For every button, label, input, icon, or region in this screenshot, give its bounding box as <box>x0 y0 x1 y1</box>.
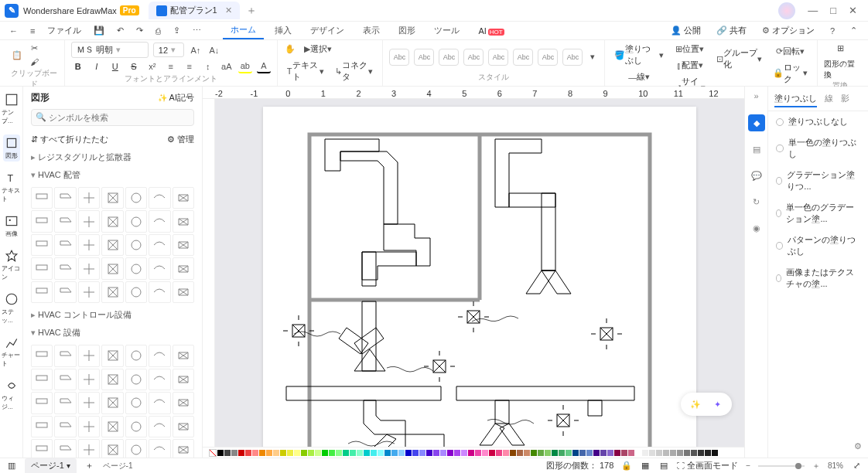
color-swatch[interactable] <box>489 450 495 456</box>
symbol-cell[interactable] <box>149 210 170 232</box>
style-chip[interactable]: Abc <box>538 49 558 66</box>
ai-symbol-link[interactable]: ✨ AI記号 <box>158 92 194 104</box>
style-chip[interactable]: Abc <box>562 49 583 66</box>
symbol-cell[interactable] <box>31 210 53 232</box>
fill-option[interactable]: パターンの塗りつぶし <box>768 230 868 262</box>
color-swatch[interactable] <box>433 450 439 456</box>
color-swatch[interactable] <box>663 450 669 456</box>
color-swatch[interactable] <box>398 450 405 456</box>
symbol-cell[interactable] <box>54 281 76 303</box>
rail-icon[interactable]: アイコン <box>0 247 22 283</box>
color-swatch[interactable] <box>684 450 690 456</box>
color-swatch[interactable] <box>419 450 425 456</box>
tab-shape[interactable]: 図形 <box>391 22 423 39</box>
symbol-cell[interactable] <box>78 392 100 413</box>
window-minimize[interactable]: — <box>801 3 824 18</box>
rail-shapes[interactable]: 図形 <box>3 134 20 162</box>
color-swatch[interactable] <box>517 450 523 456</box>
line-button[interactable]: — 線 ▾ <box>611 70 666 84</box>
text-button[interactable]: T テキスト ▾ <box>284 58 327 84</box>
color-swatch[interactable] <box>531 450 537 456</box>
rail-sticker[interactable]: ステッ... <box>0 291 22 326</box>
symbol-cell[interactable] <box>54 257 76 279</box>
color-swatch[interactable] <box>322 450 328 456</box>
symbol-cell[interactable] <box>125 345 147 366</box>
color-swatch[interactable] <box>510 450 516 456</box>
color-swatch[interactable] <box>614 450 620 456</box>
symbol-cell[interactable] <box>101 345 123 366</box>
symbol-cell[interactable] <box>125 281 147 303</box>
symbol-cell[interactable] <box>173 369 194 390</box>
manage-symbols[interactable]: ⚙ 管理 <box>167 134 194 145</box>
fill-option[interactable]: 塗りつぶしなし <box>768 111 868 132</box>
style-chip[interactable]: Abc <box>414 49 434 66</box>
category-hvac-equipment[interactable]: HVAC 設備 <box>23 324 202 342</box>
comments-icon[interactable]: 💬 <box>748 167 765 184</box>
color-swatch[interactable] <box>600 450 607 456</box>
symbol-cell[interactable] <box>173 416 194 437</box>
zoom-out[interactable]: − <box>746 461 750 470</box>
color-swatch[interactable] <box>628 450 634 456</box>
symbol-cell[interactable] <box>125 187 147 209</box>
color-swatch[interactable] <box>294 450 300 456</box>
color-swatch[interactable] <box>461 450 467 456</box>
symbol-cell[interactable] <box>78 281 100 303</box>
rail-widget[interactable]: ウィジ... <box>0 377 22 413</box>
ai-add-button[interactable]: ✦ <box>709 396 726 413</box>
symbol-cell[interactable] <box>31 257 53 279</box>
rp-tab-line[interactable]: 線 <box>825 93 833 107</box>
symbol-cell[interactable] <box>31 281 53 303</box>
category-registers[interactable]: レジスタグリルと拡散器 <box>23 148 202 166</box>
color-swatch[interactable] <box>656 450 662 456</box>
color-swatch[interactable] <box>496 450 502 456</box>
color-swatch[interactable] <box>572 450 579 456</box>
line-spacing-button[interactable]: ↕ <box>201 60 215 73</box>
document-tab[interactable]: 配管プラン1 ✕ <box>149 2 240 19</box>
fill-button[interactable]: 🪣 塗りつぶし ▾ <box>611 42 666 68</box>
collapse-ribbon[interactable]: ⌃ <box>844 23 863 38</box>
symbol-cell[interactable] <box>149 234 170 256</box>
color-swatch[interactable] <box>343 450 349 456</box>
color-swatch[interactable] <box>712 450 718 456</box>
symbol-cell[interactable] <box>173 392 194 413</box>
export-button[interactable]: ⇪ <box>169 23 185 38</box>
fill-option[interactable]: 単一色のグラデーション塗... <box>768 197 868 230</box>
zoom-in[interactable]: ＋ <box>812 461 820 471</box>
color-swatch[interactable] <box>468 450 474 456</box>
rail-text[interactable]: Tテキスト <box>0 169 22 205</box>
color-swatch[interactable] <box>308 450 314 456</box>
symbol-cell[interactable] <box>54 345 76 366</box>
color-swatch[interactable] <box>649 450 655 456</box>
color-swatch[interactable] <box>224 450 231 456</box>
tab-ai[interactable]: AIHOT <box>470 24 511 38</box>
symbol-cell[interactable] <box>31 392 53 413</box>
symbol-cell[interactable] <box>101 416 123 437</box>
symbol-cell[interactable] <box>173 234 194 256</box>
print-button[interactable]: ⎙ <box>151 24 166 38</box>
close-tab-icon[interactable]: ✕ <box>225 5 232 15</box>
color-swatch[interactable] <box>357 450 363 456</box>
color-swatch[interactable] <box>405 450 412 456</box>
strike-button[interactable]: S <box>127 60 141 73</box>
tab-insert[interactable]: 挿入 <box>267 22 299 39</box>
symbol-cell[interactable] <box>78 257 100 279</box>
color-swatch[interactable] <box>238 450 244 456</box>
color-swatch[interactable] <box>336 450 342 456</box>
category-hvac-ducts[interactable]: HVAC 配管 <box>23 166 202 184</box>
symbol-cell[interactable] <box>101 187 123 209</box>
color-swatch[interactable] <box>545 450 551 456</box>
style-chip[interactable]: Abc <box>513 49 533 66</box>
window-close[interactable]: ✕ <box>842 3 863 18</box>
color-swatch[interactable] <box>364 450 370 456</box>
page-icon[interactable]: ▤ <box>658 461 669 471</box>
fill-option[interactable]: グラデーション塗りつ... <box>768 165 868 197</box>
symbol-cell[interactable] <box>78 345 100 366</box>
symbol-cell[interactable] <box>54 187 76 209</box>
cut-icon[interactable]: ✂ <box>28 42 40 54</box>
highlight-button[interactable]: ab <box>238 60 252 73</box>
symbol-cell[interactable] <box>78 416 100 437</box>
color-swatch[interactable] <box>579 450 586 456</box>
symbol-cell[interactable] <box>173 345 194 366</box>
decrease-font-icon[interactable]: A↓ <box>207 43 221 57</box>
settings-gear-icon[interactable]: ⚙ <box>854 441 862 451</box>
